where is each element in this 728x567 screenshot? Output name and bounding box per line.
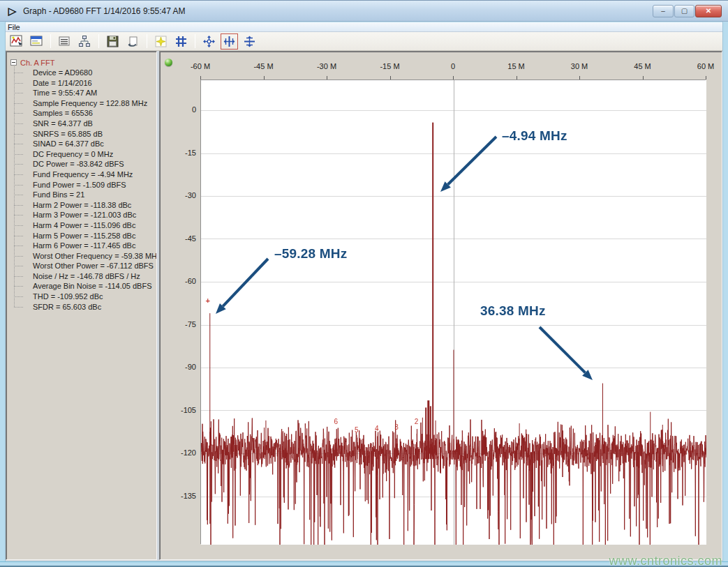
window-border-right: [722, 22, 728, 567]
tree-root-label: Ch. A FFT: [20, 59, 55, 67]
tree-item[interactable]: SNR = 64.377 dB: [14, 119, 156, 129]
toolbar-separator: [50, 34, 51, 48]
window-title: Graph - AD9680 FFT 1/14/2016 9:55:47 AM: [23, 6, 186, 16]
window-border-left: [0, 22, 6, 567]
tree-item[interactable]: Harm 5 Power = -115.258 dBc: [14, 231, 156, 241]
tree-item[interactable]: DC Power = -83.842 dBFS: [14, 159, 156, 169]
tree-item[interactable]: THD = -109.952 dBc: [14, 292, 156, 302]
app-logo-icon: ▷: [6, 5, 18, 17]
x-tick-mark: [706, 76, 706, 80]
grid-icon: [174, 35, 188, 48]
toolbar: [1, 32, 727, 51]
tree-item[interactable]: Worst Other Power = -67.112 dBFS: [14, 261, 156, 271]
tree-item[interactable]: Samples = 65536: [14, 108, 156, 119]
content-area: Ch. A FFT Device = AD9680Date = 1/14/201…: [0, 51, 728, 561]
x-tick-label: 30 M: [571, 62, 588, 70]
y-tick-label: 0: [172, 105, 196, 114]
close-button[interactable]: ✕: [695, 5, 722, 17]
x-tick-label: -15 M: [380, 62, 399, 70]
x-tick-mark: [517, 76, 517, 80]
tree-item[interactable]: Harm 6 Power = -117.465 dBc: [14, 241, 156, 251]
x-tick-mark: [264, 76, 265, 80]
graph-settings-button[interactable]: [8, 33, 25, 50]
tree-item[interactable]: Harm 2 Power = -118.38 dBc: [14, 200, 156, 211]
tree-item[interactable]: Fund Bins = 21: [14, 190, 156, 200]
tree-item[interactable]: SFDR = 65.603 dBc: [14, 302, 156, 312]
y-tick-label: -60: [172, 277, 196, 285]
fft-plot-area: [200, 80, 706, 544]
harmonic-marker-6: 6: [334, 418, 338, 425]
tree-item[interactable]: DC Frequency = 0 MHz: [14, 149, 156, 160]
x-tick-label: -30 M: [317, 62, 336, 70]
watermark: www.cntronics.com: [609, 554, 722, 567]
y-tick-label: -15: [172, 149, 196, 157]
tree-item[interactable]: SINAD = 64.377 dBc: [14, 139, 156, 149]
window-controls: –▢✕: [653, 5, 722, 17]
collapse-toggle-icon[interactable]: [10, 59, 17, 66]
tree-item[interactable]: SNRFS = 65.885 dB: [14, 129, 156, 139]
x-tick-label: 15 M: [507, 62, 524, 70]
toolbar-separator: [195, 34, 195, 48]
harmonic-marker-2: 2: [415, 418, 419, 425]
menu-bar: File: [0, 22, 728, 32]
tree-root-node[interactable]: Ch. A FFT: [9, 57, 156, 68]
menu-file[interactable]: File: [3, 22, 25, 32]
save-icon: [106, 35, 119, 48]
export-button[interactable]: [124, 33, 142, 50]
results-tree-panel: Ch. A FFT Device = AD9680Date = 1/14/201…: [6, 51, 157, 560]
grid-button[interactable]: [172, 33, 190, 50]
harmonic-marker-4: 4: [375, 425, 379, 432]
tree-item[interactable]: Fund Frequency = -4.94 MHz: [14, 169, 156, 180]
x-tick-mark: [200, 76, 201, 80]
x-tick-label: 45 M: [634, 62, 651, 70]
autoscale-all-icon: [202, 35, 216, 48]
export-icon: [126, 35, 140, 48]
y-tick-label: -120: [172, 448, 196, 457]
minimize-button[interactable]: –: [653, 5, 674, 17]
autoscale-y-button[interactable]: [241, 33, 258, 50]
signal-tree-button[interactable]: [76, 33, 94, 50]
x-tick-label: 0: [451, 62, 455, 70]
chart-panel: -60 M-45 M-30 M-15 M015 M30 M45 M60 M –5…: [159, 51, 722, 560]
x-tick-mark: [327, 76, 327, 80]
title-bar[interactable]: ▷ Graph - AD9680 FFT 1/14/2016 9:55:47 A…: [0, 0, 728, 22]
burst-button[interactable]: [152, 33, 170, 50]
x-tick-mark: [390, 76, 391, 80]
maximize-button[interactable]: ▢: [674, 5, 694, 17]
display-panel-button[interactable]: [28, 33, 45, 50]
autoscale-all-button[interactable]: [200, 33, 218, 50]
tree-item[interactable]: Harm 4 Power = -115.096 dBc: [14, 220, 156, 231]
x-tick-label: -60 M: [191, 62, 210, 70]
toolbar-separator: [147, 34, 147, 48]
tree-item[interactable]: Device = AD9680: [14, 68, 156, 78]
tree-item[interactable]: Harm 3 Power = -121.003 dBc: [14, 210, 156, 220]
data-list-icon: [58, 35, 71, 48]
autoscale-x-button[interactable]: [221, 33, 238, 50]
save-button[interactable]: [104, 33, 121, 50]
y-tick-label: -135: [172, 492, 196, 500]
y-tick-label: -30: [172, 191, 196, 199]
worst-spur-marker: +: [206, 297, 210, 304]
tree-item[interactable]: Sample Frequency = 122.88 MHz: [14, 98, 156, 109]
x-tick-mark: [453, 76, 454, 80]
y-tick-label: -45: [172, 234, 196, 243]
x-tick-mark: [579, 76, 580, 80]
y-tick-label: -90: [172, 363, 196, 371]
tree-item-list: Device = AD9680Date = 1/14/2016Time = 9:…: [14, 68, 156, 312]
toolbar-separator: [98, 34, 99, 48]
data-list-button[interactable]: [56, 33, 73, 50]
tree-item[interactable]: Fund Power = -1.509 dBFS: [14, 180, 156, 190]
tree-item[interactable]: Average Bin Noise = -114.05 dBFS: [14, 281, 156, 292]
tree-item[interactable]: Noise / Hz = -146.78 dBFS / Hz: [14, 271, 156, 282]
y-tick-label: -105: [172, 406, 196, 414]
y-tick-label: -75: [172, 320, 196, 328]
x-tick-label: -45 M: [253, 62, 273, 70]
tree-item[interactable]: Date = 1/14/2016: [14, 78, 156, 89]
x-tick-mark: [643, 76, 644, 80]
tree-item[interactable]: Time = 9:55:47 AM: [14, 88, 156, 98]
application-window: ▷ Graph - AD9680 FFT 1/14/2016 9:55:47 A…: [0, 0, 728, 567]
fft-results-tree: Ch. A FFT Device = AD9680Date = 1/14/201…: [6, 52, 156, 312]
autoscale-y-icon: [243, 35, 256, 48]
x-axis-labels: -60 M-45 M-30 M-15 M015 M30 M45 M60 M: [160, 62, 722, 72]
tree-item[interactable]: Worst Other Frequency = -59.38 MHz: [14, 251, 156, 262]
